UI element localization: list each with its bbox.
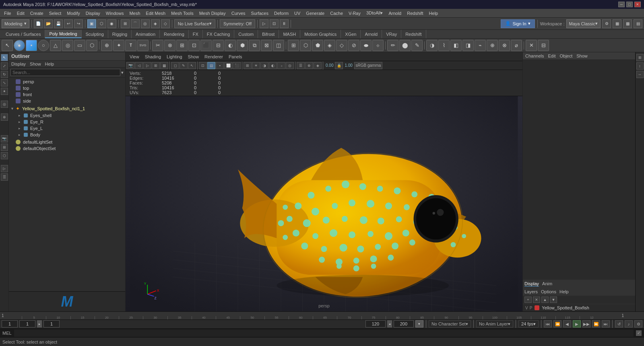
shelf-cleanup-icon[interactable]: ⊘: [348, 40, 359, 51]
vp-paint-btn[interactable]: ✎: [180, 62, 188, 69]
shelf-curve-warp-icon[interactable]: ⌀: [511, 40, 522, 51]
layer-down-btn[interactable]: ▼: [550, 297, 557, 303]
ch-layers-tab[interactable]: Layers: [524, 289, 538, 294]
shelf-wire-icon[interactable]: ⌇: [438, 40, 450, 51]
lasso-btn[interactable]: ⬡: [97, 19, 106, 28]
outliner-menu-show[interactable]: Show: [30, 62, 41, 66]
tab-curves-surfaces[interactable]: Curves / Surfaces: [2, 30, 45, 38]
close-button[interactable]: ✕: [634, 2, 641, 7]
ch-help-tab[interactable]: Help: [559, 289, 569, 294]
vp-render-btn[interactable]: ⬛: [233, 62, 241, 69]
vp-multi-btn[interactable]: ⊞: [244, 62, 252, 69]
paint-btn[interactable]: ◉: [107, 19, 116, 28]
shelf-bridge-icon[interactable]: ⊞: [176, 40, 188, 51]
right-mini-btn1[interactable]: ⊞: [636, 54, 644, 61]
tree-item-side[interactable]: side: [9, 98, 125, 104]
range-expand-btn[interactable]: ▾: [415, 320, 423, 327]
timeline-ruler[interactable]: 1 5 10 15 20 25 30 35 40 45 50 55 60: [0, 312, 644, 320]
shelf-target-weld-icon[interactable]: ⊕: [101, 40, 112, 51]
left-grid-btn[interactable]: ⊞: [1, 144, 8, 151]
play-end-btn[interactable]: ⏭: [602, 320, 610, 327]
tree-item-default-light[interactable]: defaultLightSet: [9, 139, 125, 145]
left-soft-select-btn[interactable]: ◎: [1, 101, 8, 108]
ch-options-tab[interactable]: Options: [541, 289, 556, 294]
vp-menu-lighting[interactable]: Lighting: [164, 54, 185, 60]
shelf-combine-icon[interactable]: ⧉: [249, 40, 260, 51]
vp-menu-view[interactable]: View: [127, 54, 142, 60]
tab-bifrost[interactable]: Bifrost: [258, 30, 279, 38]
play-prev-key-btn[interactable]: ⏪: [553, 320, 561, 327]
layer-item[interactable]: V P Yellow_Spotted_Boxfish: [523, 304, 635, 311]
range-handle1[interactable]: ▸: [37, 320, 42, 327]
play-next-btn[interactable]: ▶▶: [582, 320, 590, 327]
tree-item-eyes-shell[interactable]: ▸ Eyes_shell: [9, 112, 125, 119]
ch-menu-edit[interactable]: Edit: [548, 54, 555, 58]
menu-create[interactable]: Create: [28, 10, 46, 16]
snap-grid-btn[interactable]: ⊞: [121, 19, 130, 28]
shelf-star-icon[interactable]: ✦: [113, 40, 124, 51]
vp-exposure-btn[interactable]: ⊕: [305, 62, 313, 69]
menu-file[interactable]: File: [2, 10, 14, 16]
select-btn[interactable]: ▣: [87, 19, 96, 28]
maximize-button[interactable]: □: [626, 2, 633, 7]
layer-up-btn[interactable]: ▲: [541, 297, 549, 303]
vp-smooth-wire-btn[interactable]: ▤: [207, 62, 215, 69]
mel-execute-btn[interactable]: ✓: [636, 330, 642, 336]
vp-menu-panels[interactable]: Panels: [226, 54, 245, 60]
menu-windows[interactable]: Windows: [103, 10, 126, 16]
play-btn[interactable]: ▶: [573, 320, 581, 327]
range-end2-display[interactable]: 120: [365, 320, 386, 327]
tree-item-default-object[interactable]: defaultObjectSet: [9, 145, 125, 152]
left-transform-btn[interactable]: ⤢: [1, 62, 8, 70]
left-render-btn[interactable]: ▷: [1, 165, 8, 172]
vp-light-btn[interactable]: ☀: [252, 62, 260, 69]
vp-sel-btn[interactable]: ↖: [188, 62, 196, 69]
tree-item-front[interactable]: front: [9, 91, 125, 98]
left-universal-btn[interactable]: ✦: [1, 88, 8, 95]
vp-wire-btn[interactable]: ⊡: [199, 62, 207, 69]
no-character-btn[interactable]: No Character Set ▾: [429, 320, 471, 327]
ipr-btn[interactable]: ⊡: [270, 19, 279, 28]
layout-btn3[interactable]: ▤: [634, 19, 642, 28]
menu-mesh-tools[interactable]: Mesh Tools: [169, 10, 196, 16]
shelf-uv-icon[interactable]: ◧: [450, 40, 462, 51]
shelf-torus-icon[interactable]: ◎: [62, 40, 73, 51]
vp-dof-btn[interactable]: ◎: [286, 62, 294, 69]
shelf-offset-icon[interactable]: ⬡: [300, 40, 311, 51]
shelf-delete2-icon[interactable]: ⊟: [538, 40, 549, 51]
loop-btn[interactable]: ↺: [615, 320, 623, 327]
shelf-cube-icon[interactable]: ▪: [26, 40, 37, 51]
shelf-paint3-icon[interactable]: ✎: [411, 40, 423, 51]
vp-hud-btn[interactable]: ☰: [297, 62, 305, 69]
shelf-connect-icon[interactable]: ⊡: [188, 40, 200, 51]
left-scale-btn[interactable]: ⤡: [1, 79, 8, 86]
vp-menu-show[interactable]: Show: [186, 54, 202, 60]
tab-arnold[interactable]: Arnold: [361, 30, 382, 38]
ch-tab-display[interactable]: Display: [524, 281, 539, 286]
vp-menu-shading[interactable]: Shading: [142, 54, 163, 60]
tab-rendering[interactable]: Rendering: [160, 30, 189, 38]
menu-arnold[interactable]: Arnold: [386, 10, 404, 16]
snap-live-btn[interactable]: ◇: [161, 19, 170, 28]
fps-display[interactable]: 24 fps ▾: [518, 320, 539, 327]
shelf-smooth-icon[interactable]: ◐: [225, 40, 236, 51]
vp-frame-all-btn[interactable]: ◻: [171, 62, 179, 69]
shelf-merge-icon[interactable]: ⊟: [213, 40, 224, 51]
outliner-menu-display[interactable]: Display: [11, 62, 26, 66]
ch-menu-show[interactable]: Show: [576, 54, 588, 58]
no-live-surface-btn[interactable]: No Live Surface ▾: [174, 19, 215, 28]
range-handle2[interactable]: ◂: [387, 320, 392, 327]
play-next-key-btn[interactable]: ⏩: [592, 320, 600, 327]
tab-motion-graphics[interactable]: Motion Graphics: [300, 30, 341, 38]
new-file-btn[interactable]: 📄: [34, 19, 43, 28]
shelf-mirror-icon[interactable]: ◫: [273, 40, 284, 51]
current-frame-display[interactable]: 1: [2, 320, 18, 327]
vp-grid-btn[interactable]: ⊞: [152, 62, 160, 69]
range-end1-display[interactable]: 1: [43, 320, 60, 327]
shelf-booleans-icon[interactable]: ⊗: [164, 40, 175, 51]
vp-aa-btn[interactable]: ⬦: [277, 62, 285, 69]
render-btn[interactable]: ▷: [260, 19, 268, 28]
menu-edit-mesh[interactable]: Edit Mesh: [143, 10, 168, 16]
minimize-button[interactable]: ─: [618, 2, 625, 7]
menu-3dtoall[interactable]: 3DtoAll▾: [364, 10, 385, 16]
